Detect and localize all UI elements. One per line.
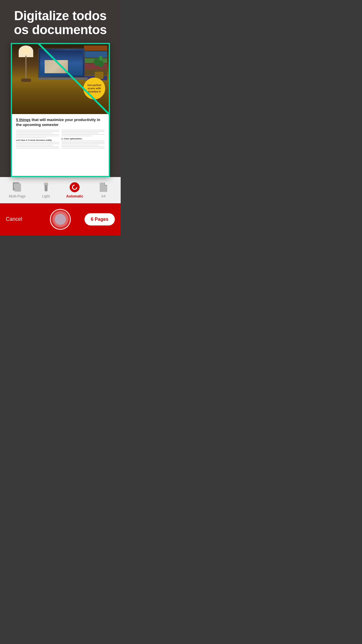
text-line: [16, 142, 59, 143]
document-title: 5 things that will maximize your product…: [16, 118, 105, 127]
text-line: [61, 134, 105, 135]
automatic-icon: [70, 182, 80, 192]
cancel-button[interactable]: Cancel: [6, 216, 22, 222]
text-line: [61, 141, 105, 141]
multipage-label: Multi-Page: [9, 194, 26, 198]
a4-label: A4: [101, 194, 106, 198]
document-columns: Let's face it. It never becomes reality.…: [16, 130, 105, 149]
text-line: [61, 146, 105, 147]
text-line: [16, 144, 59, 144]
text-line: [61, 136, 92, 136]
desk-scene: Get perfect scans with Scanbot 9: [12, 44, 109, 114]
headline: Digitalize todos os documentos: [0, 0, 121, 43]
torch-body: [45, 185, 48, 191]
shutter-dot: [55, 214, 66, 225]
light-label: Light: [42, 194, 50, 198]
shutter-button[interactable]: [50, 209, 71, 230]
toolbar-item-light[interactable]: Light: [32, 182, 61, 198]
text-line: [61, 148, 105, 148]
laptop: [38, 48, 88, 83]
document-image-area: Get perfect scans with Scanbot 9: [12, 44, 109, 114]
text-line: [61, 133, 98, 133]
lamp-shade: [19, 46, 33, 57]
document-preview: Get perfect scans with Scanbot 9 5 thing…: [11, 43, 110, 177]
action-bar: Cancel 6 Pages: [0, 203, 121, 235]
plant-leaves: [93, 56, 105, 72]
page-layer-2: [15, 183, 21, 192]
laptop-base: [38, 78, 88, 80]
text-line: [16, 133, 53, 133]
toolbar-item-a4[interactable]: A4: [89, 182, 118, 198]
document-column-right: 2. Color optimization:: [61, 130, 105, 149]
automatic-icon-inner: [71, 183, 78, 191]
text-line: [16, 134, 59, 135]
automatic-icon-container: [69, 182, 80, 192]
a4-icon-container: [98, 182, 109, 192]
text-line: [16, 131, 59, 132]
text-line: [16, 146, 59, 147]
multipage-icon: [12, 182, 22, 192]
text-line: [61, 145, 98, 146]
text-line: [16, 137, 46, 138]
plant: [92, 56, 106, 79]
laptop-screen-inner: [40, 50, 83, 76]
lamp: [17, 46, 35, 83]
a4-icon: [100, 183, 107, 192]
toolbar-item-multipage[interactable]: Multi-Page: [3, 182, 32, 198]
laptop-screen: [38, 48, 85, 78]
promotional-badge: Get perfect scans with Scanbot 9: [83, 78, 105, 99]
bottom-toolbar: Multi-Page Light Automatic A4: [0, 177, 121, 203]
text-line: [61, 131, 105, 132]
pages-button[interactable]: 6 Pages: [85, 213, 115, 225]
automatic-label: Automatic: [66, 194, 83, 198]
document-subtitle-2: 2. Color optimization:: [61, 138, 105, 140]
toolbar-item-automatic[interactable]: Automatic: [60, 182, 89, 198]
document-text-area: 5 things that will maximize your product…: [12, 114, 109, 152]
document-column-left: Let's face it. It never becomes reality.: [16, 130, 59, 149]
lamp-shade-inner: [22, 47, 30, 54]
document-subtitle: Let's face it. It never becomes reality.: [16, 139, 59, 141]
multipage-icon-shape: [13, 182, 22, 192]
text-line: [61, 144, 105, 144]
text-line: [16, 148, 59, 148]
shutter-inner: [52, 211, 68, 227]
torch-icon: [44, 183, 48, 192]
text-line: [16, 145, 53, 146]
text-line: [61, 130, 105, 130]
text-line: [16, 130, 59, 130]
text-line: [16, 136, 59, 136]
light-icon-container: [41, 182, 51, 192]
title-bold: 5 things: [16, 118, 31, 122]
lamp-pole: [25, 56, 27, 79]
main-background: Digitalize todos os documentos: [0, 0, 121, 177]
text-line: [61, 142, 105, 143]
lamp-base: [21, 78, 31, 82]
